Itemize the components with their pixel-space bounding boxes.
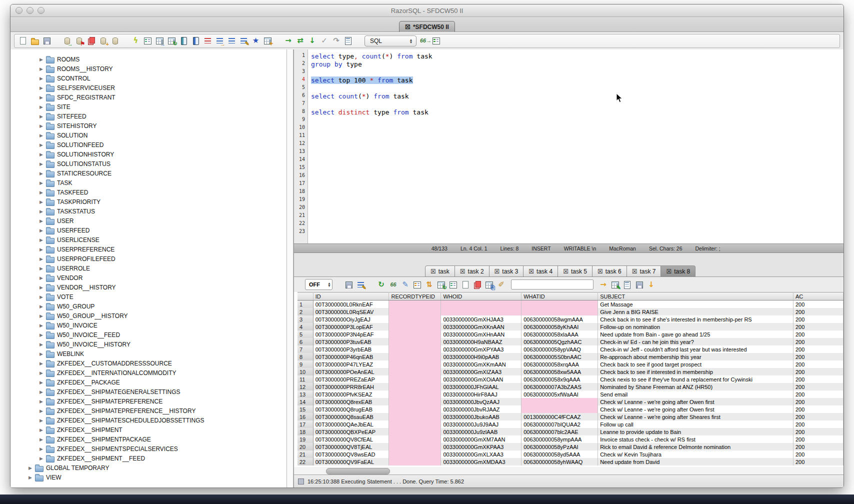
code-line[interactable] <box>311 84 844 92</box>
code-line[interactable] <box>311 148 844 156</box>
expand-triangle-icon[interactable]: ▶ <box>40 171 46 176</box>
expand-triangle-icon[interactable]: ▶ <box>40 456 46 461</box>
cell-whoid[interactable]: 0033000000GmXIZAA3 <box>441 368 522 376</box>
expand-triangle-icon[interactable]: ▶ <box>40 218 46 224</box>
cell-id[interactable]: 00T3000000PfvKSEAZ <box>313 390 389 398</box>
tree-item[interactable]: ▶ZKFEDEX__SHIPMATEPREFERENCE__HISTORY <box>10 406 286 416</box>
cell-whoid[interactable]: 0033000000JbvQzAAJ <box>441 398 522 406</box>
tree-item[interactable]: ▶GLOBAL TEMPORARY <box>10 463 286 472</box>
tree-view-icon[interactable] <box>413 280 422 289</box>
cell-rownum[interactable]: 4 <box>298 323 313 330</box>
export-table-icon[interactable]: → <box>156 36 164 45</box>
database-icon[interactable] <box>111 36 120 45</box>
cell-id[interactable]: 00T3000000P46qnEAB <box>313 353 389 360</box>
tree-item[interactable]: ▶ZKFEDEX__SHIPMENT <box>10 425 286 434</box>
tree-item[interactable]: ▶ZKFEDEX__PACKAGE <box>10 378 286 387</box>
cell-subject[interactable]: Check w/ Leanne - we're going after Shea… <box>598 413 794 420</box>
column-header[interactable]: WHOID <box>441 292 522 300</box>
result-tab-task-5[interactable]: ☒task 5 <box>558 266 592 277</box>
column-header[interactable]: SUBJECT <box>598 292 794 300</box>
cell-recordtypeid[interactable] <box>389 308 441 316</box>
expand-triangle-icon[interactable]: ▶ <box>40 180 46 186</box>
cell-recordtypeid[interactable] <box>389 330 441 338</box>
expand-triangle-icon[interactable]: ▶ <box>40 247 46 252</box>
tab-close-icon[interactable]: ☒ <box>494 268 500 274</box>
expand-triangle-icon[interactable]: ▶ <box>40 228 46 233</box>
cell-rownum[interactable]: 8 <box>298 353 313 360</box>
tree-item[interactable]: ▶ZKFEDEX__SHIPMATEPREFERENCE <box>10 396 286 406</box>
go-forward-icon[interactable]: → <box>284 36 292 45</box>
cell-ac[interactable]: 200 <box>793 383 843 390</box>
cell-ac[interactable]: 200 <box>793 330 843 338</box>
code-line[interactable]: select count(*) from task <box>311 92 844 100</box>
cell-ac[interactable]: 200 <box>793 443 843 450</box>
cell-recordtypeid[interactable] <box>389 353 441 360</box>
cell-recordtypeid[interactable] <box>389 323 441 330</box>
cell-rownum[interactable]: 20 <box>298 443 313 450</box>
tree-item[interactable]: ▶WEBLINK <box>10 349 286 358</box>
tab-close-icon[interactable]: ☒ <box>632 268 638 274</box>
cell-id[interactable]: 00T3000000POeAnEAL <box>313 368 389 376</box>
tree-item[interactable]: ▶USERFEED <box>10 226 286 235</box>
expand-triangle-icon[interactable]: ▶ <box>40 95 46 100</box>
cell-subject[interactable]: Re-approach about membership this year <box>598 353 794 360</box>
cell-recordtypeid[interactable] <box>389 316 441 323</box>
expand-triangle-icon[interactable]: ▶ <box>40 57 46 62</box>
cell-subject[interactable]: Nominated by Shane Freeman at ANZ (HR50) <box>598 383 794 390</box>
cell-id[interactable]: 00T3000000Q8rexEAB <box>313 398 389 406</box>
code-line[interactable]: group by type <box>311 60 844 68</box>
cell-whoid[interactable]: 0033000000JbukoAAB <box>441 413 522 420</box>
table-row[interactable]: 700T3000000P3yrbEAB0033000000GmXPYAA3006… <box>298 346 844 353</box>
cell-recordtypeid[interactable] <box>389 383 441 390</box>
code-line[interactable] <box>311 172 844 180</box>
result-tab-task-2[interactable]: ☒task 2 <box>455 266 490 277</box>
cell-id[interactable]: 00T3000000P3tuvEAB <box>313 338 389 346</box>
expand-triangle-icon[interactable]: ▶ <box>40 133 46 138</box>
column-header[interactable] <box>298 292 313 300</box>
cell-whatid[interactable] <box>522 406 598 413</box>
page-view-icon[interactable] <box>461 280 470 289</box>
table-row[interactable]: 900T3000000P47LYEAZ0033000000GmXKmAAN006… <box>298 360 844 368</box>
tree-item[interactable]: ▶TASKFEED <box>10 188 286 197</box>
tree-item[interactable]: ▶SELFSERVICEUSER <box>10 83 286 92</box>
search-go-icon[interactable]: → <box>599 280 608 289</box>
code-line[interactable] <box>311 68 844 76</box>
tree-item[interactable]: ▶ZKFEDEX__SHIPMATEGENERALSETTINGS <box>10 387 286 396</box>
cell-whoid[interactable]: 0033000000H9i0pAAB <box>441 353 522 360</box>
disconnect-icon[interactable]: ⚑ <box>75 36 84 45</box>
cell-whoid[interactable]: 0033000000H9aNBAAZ <box>441 338 522 346</box>
cell-id[interactable]: 00T3000000QV9FaEAL <box>313 458 389 466</box>
expand-triangle-icon[interactable]: ▶ <box>40 104 46 110</box>
cell-subject[interactable]: Check-in w/ Ed - can he join this year? <box>598 338 794 346</box>
cell-subject[interactable]: Check w/ Kevin Tsujihara <box>598 450 794 458</box>
expand-triangle-icon[interactable]: ▶ <box>40 238 46 242</box>
cell-recordtypeid[interactable] <box>389 406 441 413</box>
cell-ac[interactable]: 200 <box>793 458 843 466</box>
tree-item[interactable]: ▶TASKSTATUS <box>10 206 286 216</box>
refresh-table-icon[interactable]: ↻ <box>168 36 176 45</box>
cell-subject[interactable]: Check back to see if interested in membe… <box>598 368 794 376</box>
tree-item[interactable]: ▶SOLUTION <box>10 130 286 140</box>
column-header[interactable]: AC <box>793 292 843 300</box>
cell-recordtypeid[interactable] <box>389 346 441 353</box>
tree-item[interactable]: ▶W50_GROUP <box>10 302 286 311</box>
cell-recordtypeid[interactable] <box>389 368 441 376</box>
history-list-icon[interactable] <box>204 36 212 45</box>
cell-whatid[interactable]: 006300000058xw5AAA <box>522 368 598 376</box>
expand-triangle-icon[interactable]: ▶ <box>40 114 46 119</box>
cell-recordtypeid[interactable] <box>389 450 441 458</box>
result-tab-task-8[interactable]: ☒task 8 <box>661 266 696 277</box>
sort-updown-icon[interactable]: ⇅ <box>425 280 434 289</box>
cell-whatid[interactable]: 006300000058xlaAAA <box>522 330 598 338</box>
stop-icon[interactable] <box>298 478 304 484</box>
cell-rownum[interactable]: 2 <box>298 308 313 316</box>
cell-whatid[interactable] <box>522 398 598 406</box>
cell-recordtypeid[interactable] <box>389 338 441 346</box>
cell-rownum[interactable]: 17 <box>298 420 313 428</box>
code-line[interactable]: select top 100 * from task <box>311 76 844 84</box>
column-header[interactable]: WHATID <box>522 292 598 300</box>
tree-item[interactable]: ▶USERROLE <box>10 264 286 273</box>
tree-item[interactable]: ▶SITE <box>10 102 286 112</box>
expand-triangle-icon[interactable]: ▶ <box>40 380 46 385</box>
cell-id[interactable]: 00T3000000P3yrbEAB <box>313 346 389 353</box>
